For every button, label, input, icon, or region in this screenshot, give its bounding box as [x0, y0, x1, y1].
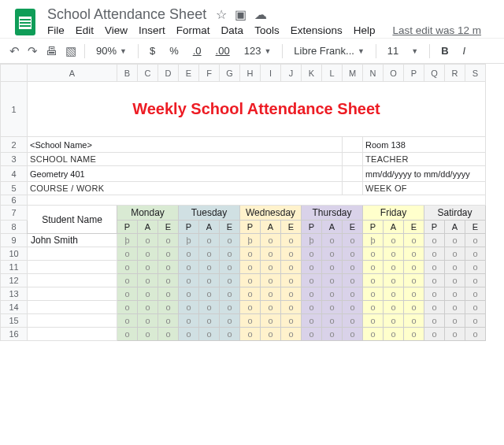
col-header[interactable]: A	[28, 65, 117, 82]
attendance-cell[interactable]: o	[158, 247, 179, 261]
attendance-cell[interactable]: o	[302, 301, 322, 314]
attendance-cell[interactable]: o	[138, 328, 158, 341]
bold-button[interactable]: B	[438, 43, 451, 58]
attendance-cell[interactable]: o	[240, 301, 261, 314]
student-name-cell[interactable]	[28, 328, 117, 341]
attendance-cell[interactable]: o	[465, 301, 486, 314]
attendance-cell[interactable]: o	[199, 234, 220, 247]
attendance-cell[interactable]: o	[465, 287, 486, 301]
attendance-cell[interactable]: o	[199, 314, 220, 328]
attendance-cell[interactable]: o	[384, 234, 404, 247]
attendance-cell[interactable]: o	[261, 301, 281, 314]
attendance-cell[interactable]: o	[240, 287, 261, 301]
col-header[interactable]: B	[117, 65, 138, 82]
attendance-cell[interactable]: o	[240, 314, 261, 328]
menu-help[interactable]: Help	[354, 24, 376, 36]
percent-button[interactable]: %	[166, 43, 182, 58]
attendance-cell[interactable]: o	[424, 287, 445, 301]
attendance-cell[interactable]: o	[220, 274, 240, 287]
attendance-cell[interactable]: o	[199, 328, 220, 341]
menu-insert[interactable]: Insert	[139, 24, 165, 36]
attendance-cell[interactable]: o	[281, 328, 302, 341]
row-header[interactable]: 1	[1, 82, 28, 137]
attendance-cell[interactable]: o	[281, 274, 302, 287]
attendance-cell[interactable]: o	[179, 287, 199, 301]
col-header[interactable]: D	[158, 65, 179, 82]
cloud-icon[interactable]: ☁	[254, 7, 267, 22]
attendance-cell[interactable]: o	[302, 261, 322, 274]
menu-format[interactable]: Format	[176, 24, 210, 36]
student-name-cell[interactable]	[28, 274, 117, 287]
attendance-cell[interactable]: o	[445, 287, 465, 301]
attendance-cell[interactable]: o	[424, 314, 445, 328]
attendance-cell[interactable]: o	[179, 261, 199, 274]
attendance-cell[interactable]: o	[138, 301, 158, 314]
attendance-cell[interactable]: o	[240, 274, 261, 287]
attendance-cell[interactable]: o	[322, 274, 343, 287]
attendance-cell[interactable]: o	[281, 301, 302, 314]
move-icon[interactable]: ▣	[235, 7, 246, 22]
attendance-cell[interactable]: o	[465, 247, 486, 261]
last-edit-link[interactable]: Last edit was 12 m	[392, 24, 481, 36]
attendance-cell[interactable]: o	[138, 274, 158, 287]
attendance-cell[interactable]: o	[158, 287, 179, 301]
attendance-cell[interactable]: o	[404, 328, 424, 341]
font-select[interactable]: Libre Frank...▼	[291, 43, 368, 58]
attendance-cell[interactable]: o	[424, 247, 445, 261]
attendance-cell[interactable]: o	[445, 328, 465, 341]
col-header[interactable]: G	[220, 65, 240, 82]
attendance-cell[interactable]: o	[322, 314, 343, 328]
attendance-cell[interactable]: o	[261, 287, 281, 301]
attendance-cell[interactable]: o	[179, 314, 199, 328]
attendance-cell[interactable]: o	[158, 301, 179, 314]
attendance-cell[interactable]: o	[322, 234, 343, 247]
attendance-cell[interactable]: o	[343, 328, 363, 341]
attendance-cell[interactable]: o	[322, 247, 343, 261]
week-cell[interactable]: mm/dd/yyyy to mm/dd/yyyy	[363, 166, 486, 182]
attendance-cell[interactable]: o	[220, 247, 240, 261]
attendance-cell[interactable]: o	[465, 234, 486, 247]
attendance-cell[interactable]: o	[404, 274, 424, 287]
attendance-cell[interactable]: o	[240, 328, 261, 341]
attendance-cell[interactable]: o	[363, 328, 384, 341]
attendance-cell[interactable]: o	[404, 287, 424, 301]
attendance-cell[interactable]: o	[179, 247, 199, 261]
attendance-cell[interactable]: o	[117, 261, 138, 274]
attendance-cell[interactable]: o	[158, 274, 179, 287]
attendance-cell[interactable]: þ	[302, 234, 322, 247]
undo-icon[interactable]: ↶	[9, 44, 20, 58]
student-name-cell[interactable]	[28, 287, 117, 301]
attendance-cell[interactable]: o	[363, 301, 384, 314]
attendance-cell[interactable]: þ	[240, 234, 261, 247]
attendance-cell[interactable]: o	[343, 314, 363, 328]
attendance-cell[interactable]: o	[138, 287, 158, 301]
attendance-cell[interactable]: o	[363, 274, 384, 287]
attendance-cell[interactable]: o	[363, 314, 384, 328]
attendance-cell[interactable]: o	[363, 261, 384, 274]
attendance-cell[interactable]: o	[179, 301, 199, 314]
increase-decimal-button[interactable]: .00	[213, 43, 233, 58]
attendance-cell[interactable]: o	[465, 261, 486, 274]
col-header[interactable]: M	[343, 65, 363, 82]
menu-tools[interactable]: Tools	[254, 24, 280, 36]
col-header[interactable]: L	[322, 65, 343, 82]
col-header[interactable]: E	[179, 65, 199, 82]
student-name-cell[interactable]	[28, 247, 117, 261]
attendance-cell[interactable]: o	[302, 247, 322, 261]
attendance-cell[interactable]: o	[404, 301, 424, 314]
attendance-cell[interactable]: o	[322, 328, 343, 341]
attendance-cell[interactable]: o	[445, 314, 465, 328]
attendance-cell[interactable]: o	[281, 287, 302, 301]
attendance-cell[interactable]: o	[138, 247, 158, 261]
attendance-cell[interactable]: o	[384, 261, 404, 274]
attendance-cell[interactable]: o	[343, 287, 363, 301]
attendance-cell[interactable]: o	[261, 314, 281, 328]
attendance-cell[interactable]: o	[281, 247, 302, 261]
attendance-cell[interactable]: o	[261, 234, 281, 247]
attendance-cell[interactable]: o	[424, 301, 445, 314]
col-header[interactable]: I	[261, 65, 281, 82]
number-format-select[interactable]: 123▼	[241, 43, 275, 58]
attendance-cell[interactable]: o	[424, 234, 445, 247]
attendance-cell[interactable]: o	[384, 328, 404, 341]
attendance-cell[interactable]: o	[199, 247, 220, 261]
